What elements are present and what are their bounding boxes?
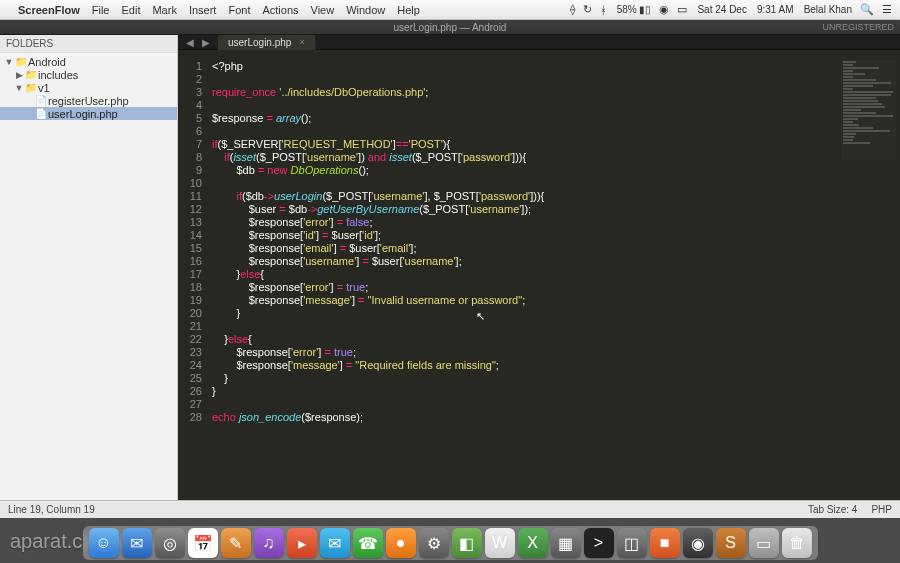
- dock-app-12[interactable]: W: [485, 528, 515, 558]
- battery-status[interactable]: 58% ▮▯: [617, 4, 652, 15]
- tree-label: includes: [38, 69, 78, 81]
- unregistered-label: UNREGISTERED: [822, 22, 894, 32]
- dock-app-17[interactable]: ■: [650, 528, 680, 558]
- search-icon[interactable]: 🔍: [860, 3, 874, 16]
- dock-app-18[interactable]: ◉: [683, 528, 713, 558]
- folder-includes[interactable]: ▶📁includes: [0, 68, 177, 81]
- dock-app-9[interactable]: ●: [386, 528, 416, 558]
- dock-app-3[interactable]: 📅: [188, 528, 218, 558]
- user-name[interactable]: Belal Khan: [804, 4, 852, 15]
- airplay-icon[interactable]: ▭: [677, 3, 687, 16]
- menu-help[interactable]: Help: [397, 4, 420, 16]
- tree-label: v1: [38, 82, 50, 94]
- nav-back-icon[interactable]: ◀: [186, 37, 194, 48]
- dock-app-16[interactable]: ◫: [617, 528, 647, 558]
- dock-app-11[interactable]: ◧: [452, 528, 482, 558]
- dock-app-6[interactable]: ▸: [287, 528, 317, 558]
- file-icon: 📄: [34, 108, 48, 119]
- dock-app-8[interactable]: ☎: [353, 528, 383, 558]
- file-registerUser-php[interactable]: 📄registerUser.php: [0, 94, 177, 107]
- menu-icon[interactable]: ☰: [882, 3, 892, 16]
- tab-size[interactable]: Tab Size: 4: [808, 504, 857, 515]
- menu-insert[interactable]: Insert: [189, 4, 217, 16]
- sidebar-header: FOLDERS: [0, 35, 177, 53]
- folder-v1[interactable]: ▼📁v1: [0, 81, 177, 94]
- dock-app-5[interactable]: ♫: [254, 528, 284, 558]
- folder-icon: 📁: [24, 69, 38, 80]
- tab-label: userLogin.php: [228, 37, 291, 48]
- dock-app-14[interactable]: ▦: [551, 528, 581, 558]
- tree-label: Android: [28, 56, 66, 68]
- window-title: userLogin.php — Android: [394, 22, 507, 33]
- cursor-position[interactable]: Line 19, Column 19: [8, 504, 95, 515]
- editor-tab[interactable]: userLogin.php ×: [218, 35, 316, 50]
- dock-app-4[interactable]: ✎: [221, 528, 251, 558]
- dock-app-19[interactable]: S: [716, 528, 746, 558]
- file-userLogin-php[interactable]: 📄userLogin.php: [0, 107, 177, 120]
- menu-mark[interactable]: Mark: [152, 4, 176, 16]
- dock-app-13[interactable]: X: [518, 528, 548, 558]
- dock-app-21[interactable]: 🗑: [782, 528, 812, 558]
- dock-app-0[interactable]: ☺: [89, 528, 119, 558]
- dock-app-20[interactable]: ▭: [749, 528, 779, 558]
- bluetooth-icon[interactable]: ᚼ: [600, 4, 607, 16]
- dock: ☺✉◎📅✎♫▸✉☎●⚙◧WX▦>◫■◉S▭🗑: [83, 526, 818, 560]
- code-editor[interactable]: 1234567891011121314151617181920212223242…: [178, 50, 900, 500]
- language-mode[interactable]: PHP: [871, 504, 892, 515]
- tab-bar: ◀ ▶ userLogin.php ×: [178, 35, 900, 50]
- folder-tree: ▼📁Android▶📁includes▼📁v1📄registerUser.php…: [0, 53, 177, 122]
- date[interactable]: Sat 24 Dec: [697, 4, 746, 15]
- menu-font[interactable]: Font: [228, 4, 250, 16]
- menu-window[interactable]: Window: [346, 4, 385, 16]
- menu-view[interactable]: View: [311, 4, 335, 16]
- dock-app-2[interactable]: ◎: [155, 528, 185, 558]
- dock-app-15[interactable]: >: [584, 528, 614, 558]
- minimap[interactable]: [841, 60, 896, 160]
- file-icon: 📄: [34, 95, 48, 106]
- wifi-icon[interactable]: ◉: [659, 3, 669, 16]
- folder-icon: 📁: [14, 56, 28, 67]
- folder-icon: 📁: [24, 82, 38, 93]
- editor-area: ◀ ▶ userLogin.php × 12345678910111213141…: [178, 35, 900, 500]
- window-titlebar: userLogin.php — Android UNREGISTERED: [0, 20, 900, 35]
- folder-android[interactable]: ▼📁Android: [0, 55, 177, 68]
- menu-edit[interactable]: Edit: [121, 4, 140, 16]
- code-content[interactable]: <?phprequire_once '../includes/DbOperati…: [208, 50, 900, 500]
- tree-label: userLogin.php: [48, 108, 118, 120]
- sync-icon[interactable]: ↻: [583, 3, 592, 16]
- folder-sidebar: FOLDERS ▼📁Android▶📁includes▼📁v1📄register…: [0, 35, 178, 500]
- active-app-name[interactable]: ScreenFlow: [18, 4, 80, 16]
- nav-forward-icon[interactable]: ▶: [202, 37, 210, 48]
- line-gutter: 1234567891011121314151617181920212223242…: [178, 50, 208, 500]
- dock-area: aparat.com/koochaktarha ☺✉◎📅✎♫▸✉☎●⚙◧WX▦>…: [0, 518, 900, 563]
- menu-actions[interactable]: Actions: [262, 4, 298, 16]
- menu-file[interactable]: File: [92, 4, 110, 16]
- dropbox-icon[interactable]: ⟠: [570, 3, 575, 16]
- dock-app-7[interactable]: ✉: [320, 528, 350, 558]
- time[interactable]: 9:31 AM: [757, 4, 794, 15]
- tree-label: registerUser.php: [48, 95, 129, 107]
- dock-app-1[interactable]: ✉: [122, 528, 152, 558]
- tab-close-icon[interactable]: ×: [299, 37, 304, 47]
- mac-menubar: ScreenFlow FileEditMarkInsertFontActions…: [0, 0, 900, 20]
- dock-app-10[interactable]: ⚙: [419, 528, 449, 558]
- statusbar: Line 19, Column 19 Tab Size: 4 PHP: [0, 500, 900, 518]
